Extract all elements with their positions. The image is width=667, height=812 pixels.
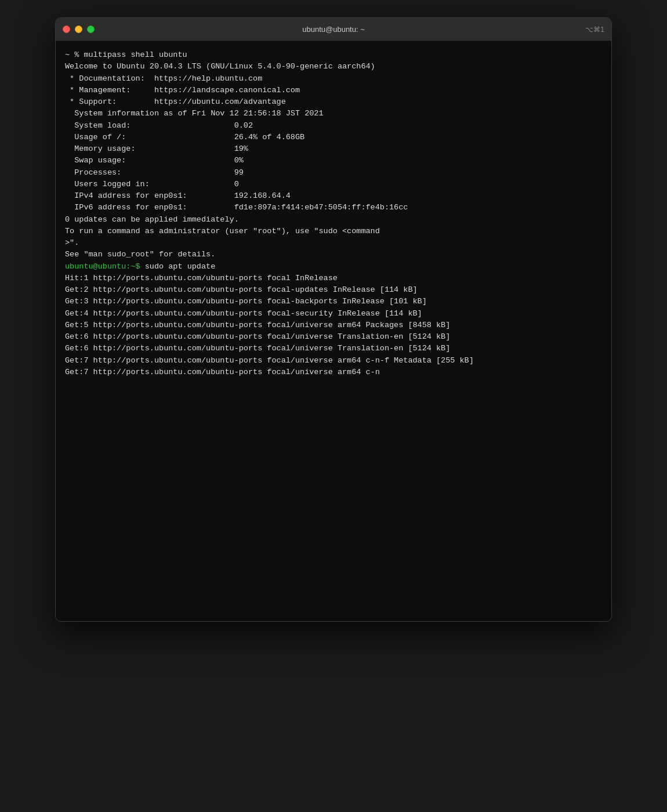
terminal-line: Get:7 http://ports.ubuntu.com/ubuntu-por… xyxy=(65,355,602,367)
terminal-line: ~ % multipass shell ubuntu xyxy=(65,49,602,61)
terminal-line: Get:4 http://ports.ubuntu.com/ubuntu-por… xyxy=(65,308,602,320)
terminal-line: System information as of Fri Nov 12 21:5… xyxy=(65,108,602,119)
terminal-line: IPv6 address for enp0s1: fd1e:897a:f414:… xyxy=(65,202,602,213)
terminal-line: Get:3 http://ports.ubuntu.com/ubuntu-por… xyxy=(65,296,602,307)
terminal-line: Get:7 http://ports.ubuntu.com/ubuntu-por… xyxy=(65,367,602,378)
terminal-line: IPv4 address for enp0s1: 192.168.64.4 xyxy=(65,190,602,202)
terminal-line: Memory usage: 19% xyxy=(65,143,602,155)
terminal-line: Get:5 http://ports.ubuntu.com/ubuntu-por… xyxy=(65,320,602,331)
terminal-line: * Support: https://ubuntu.com/advantage xyxy=(65,96,602,108)
terminal-line: Get:6 http://ports.ubuntu.com/ubuntu-por… xyxy=(65,343,602,354)
terminal-line: Hit:1 http://ports.ubuntu.com/ubuntu-por… xyxy=(65,273,602,284)
terminal-line: Users logged in: 0 xyxy=(65,179,602,190)
traffic-lights xyxy=(63,26,95,33)
terminal-line: ubuntu@ubuntu:~$ sudo apt update xyxy=(65,261,602,273)
close-button[interactable] xyxy=(63,26,70,33)
maximize-button[interactable] xyxy=(87,26,95,33)
terminal-line: * Documentation: https://help.ubuntu.com xyxy=(65,73,602,85)
terminal-line: * Management: https://landscape.canonica… xyxy=(65,85,602,96)
terminal-line: Swap usage: 0% xyxy=(65,155,602,166)
terminal-line: 0 updates can be applied immediately. xyxy=(65,214,602,226)
terminal-line: Usage of /: 26.4% of 4.68GB xyxy=(65,132,602,143)
terminal-line: Get:2 http://ports.ubuntu.com/ubuntu-por… xyxy=(65,284,602,296)
terminal-line: >". xyxy=(65,237,602,249)
terminal-line: Get:6 http://ports.ubuntu.com/ubuntu-por… xyxy=(65,331,602,343)
titlebar: ubuntu@ubuntu: ~ ⌥⌘1 xyxy=(56,18,611,41)
terminal-line: See "man sudo_root" for details. xyxy=(65,249,602,260)
terminal-line: Welcome to Ubuntu 20.04.3 LTS (GNU/Linux… xyxy=(65,61,602,72)
minimize-button[interactable] xyxy=(75,26,82,33)
terminal-line: Processes: 99 xyxy=(65,167,602,179)
terminal-line: To run a command as administrator (user … xyxy=(65,226,602,237)
window-shortcut: ⌥⌘1 xyxy=(585,26,604,34)
terminal-line: System load: 0.02 xyxy=(65,120,602,132)
terminal-body[interactable]: ~ % multipass shell ubuntuWelcome to Ubu… xyxy=(56,41,611,621)
terminal-window: ubuntu@ubuntu: ~ ⌥⌘1 ~ % multipass shell… xyxy=(55,17,612,622)
window-title: ubuntu@ubuntu: ~ xyxy=(302,25,365,34)
